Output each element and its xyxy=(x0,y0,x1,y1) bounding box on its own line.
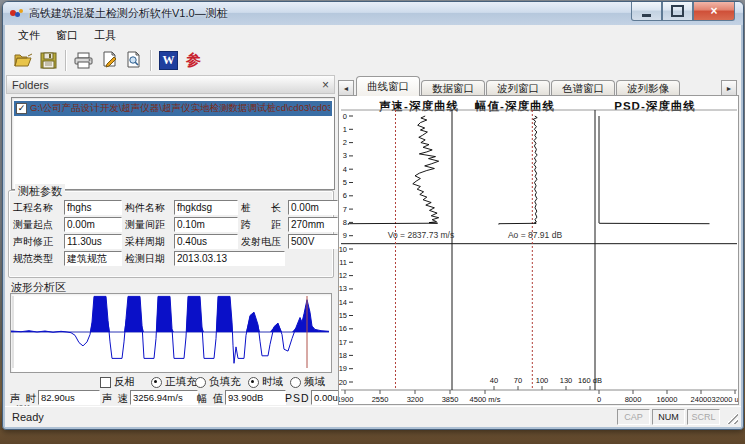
tab-wavetrain-window[interactable]: 波列窗口 xyxy=(486,80,550,96)
tab-wavetrain-image[interactable]: 波列影像 xyxy=(616,80,680,96)
invert-label: 反相 xyxy=(114,375,135,389)
pile-params-title: 测桩参数 xyxy=(15,184,65,199)
save-button[interactable] xyxy=(36,49,61,72)
caps-indicator: CAP xyxy=(617,409,650,425)
print-preview-button[interactable] xyxy=(121,49,146,72)
svg-text:16000: 16000 xyxy=(657,395,678,404)
svg-text:16: 16 xyxy=(339,324,347,333)
voltage-field[interactable]: 500V xyxy=(288,234,338,249)
invert-checkbox[interactable]: 反相 xyxy=(100,375,135,389)
tab-scroll-left-icon[interactable]: ◄ xyxy=(338,80,354,96)
psd-label: PSD xyxy=(285,392,310,404)
time-domain-radio[interactable]: 时域 xyxy=(248,375,283,389)
menu-bar: 文件 窗口 工具 xyxy=(5,25,741,47)
folders-panel: Folders × ✓ G:\公司产品设计开发\超声仪器\超声仪实地检测数据调试… xyxy=(5,74,336,407)
sample-period-field[interactable]: 0.40us xyxy=(174,234,238,249)
waveform-controls: 反相 正填充 负填充 时域 频域 xyxy=(5,375,336,388)
app-window: 高铁建筑混凝土检测分析软件V1.0—测桩 × 文件 窗口 工具 xyxy=(2,1,744,430)
tab-data-window[interactable]: 数据窗口 xyxy=(421,80,485,96)
file-list[interactable]: ✓ G:\公司产品设计开发\超声仪器\超声仪实地检测数据调试桩cd\cd03\c… xyxy=(11,97,335,190)
svg-text:Ao = 87.91 dB: Ao = 87.91 dB xyxy=(508,230,562,240)
waveform-plot[interactable] xyxy=(10,293,332,373)
project-name-field[interactable]: fhghs xyxy=(64,200,122,215)
list-item[interactable]: ✓ G:\公司产品设计开发\超声仪器\超声仪实地检测数据调试桩cd\cd03\c… xyxy=(14,101,332,116)
toolbar-separator xyxy=(65,50,67,71)
folders-close-icon[interactable]: × xyxy=(322,80,329,90)
sound-speed-field[interactable]: 3256.94m/s xyxy=(130,390,198,405)
param-label: 发射电压 xyxy=(241,235,285,249)
client-area: Folders × ✓ G:\公司产品设计开发\超声仪器\超声仪实地检测数据调试… xyxy=(5,74,741,407)
fill-negative-radio[interactable]: 负填充 xyxy=(195,375,241,389)
svg-text:100: 100 xyxy=(536,376,549,385)
keyboard-indicators: CAP NUM SCRL xyxy=(617,409,720,425)
resize-grip[interactable] xyxy=(726,412,738,424)
open-folder-icon xyxy=(14,52,34,68)
param-label: 测量间距 xyxy=(125,218,171,232)
svg-text:32000 us^2/m: 32000 us^2/m xyxy=(712,395,739,404)
param-label: 工程名称 xyxy=(13,201,61,215)
sound-speed-label: 声 速 xyxy=(102,392,129,406)
spec-type-field[interactable]: 建筑规范 xyxy=(64,251,122,266)
svg-text:9: 9 xyxy=(343,231,347,240)
param-label: 采样周期 xyxy=(125,235,171,249)
svg-text:4500 m/s: 4500 m/s xyxy=(470,395,501,404)
svg-text:160 dB: 160 dB xyxy=(578,376,602,385)
word-icon: W xyxy=(159,51,178,70)
tab-scroll-right-icon[interactable]: ► xyxy=(721,80,737,96)
curve-tab-content: 声速-深度曲线 幅值-深度曲线 PSD-深度曲线 012345678910111… xyxy=(338,95,739,405)
component-name-field[interactable]: fhgkdsg xyxy=(174,200,238,215)
radio-icon xyxy=(151,377,162,388)
close-button[interactable]: × xyxy=(693,2,735,21)
svg-text:12: 12 xyxy=(339,271,347,280)
maximize-button[interactable] xyxy=(662,2,693,21)
parameters-button[interactable]: 参 xyxy=(181,49,206,72)
menu-tools[interactable]: 工具 xyxy=(87,26,123,45)
minimize-button[interactable] xyxy=(631,2,662,21)
open-file-button[interactable] xyxy=(11,49,36,72)
spacing-field[interactable]: 0.10m xyxy=(174,217,238,232)
curve-window-panel: ◄ 曲线窗口 数据窗口 波列窗口 色谱窗口 波列影像 ► 声速-深度曲线 幅值-… xyxy=(336,74,741,407)
print-button[interactable] xyxy=(71,49,96,72)
fill-positive-radio[interactable]: 正填充 xyxy=(151,375,197,389)
svg-text:Vo = 2837.73 m/s: Vo = 2837.73 m/s xyxy=(388,230,454,240)
param-label: 桩 长 xyxy=(241,201,285,215)
freq-domain-radio[interactable]: 频域 xyxy=(290,375,325,389)
tab-curve-window[interactable]: 曲线窗口 xyxy=(356,76,420,96)
file-checkbox[interactable]: ✓ xyxy=(16,103,27,114)
tab-spectrum-window[interactable]: 色谱窗口 xyxy=(551,80,615,96)
export-word-button[interactable]: W xyxy=(156,49,181,72)
param-label: 规范类型 xyxy=(13,252,61,266)
svg-text:8: 8 xyxy=(343,218,347,227)
floppy-disk-icon xyxy=(40,52,57,69)
svg-text:18: 18 xyxy=(339,351,347,360)
amplitude-field[interactable]: 93.90dB xyxy=(225,390,286,405)
print-setup-button[interactable] xyxy=(96,49,121,72)
svg-text:3850: 3850 xyxy=(442,395,459,404)
svg-text:14: 14 xyxy=(339,298,347,307)
params-icon: 参 xyxy=(186,51,201,70)
menu-window[interactable]: 窗口 xyxy=(49,26,85,45)
status-message: Ready xyxy=(12,411,44,423)
start-point-field[interactable]: 0.00m xyxy=(64,217,122,232)
depth-charts: 0123456789101112131415161718192019002550… xyxy=(339,104,739,405)
sound-time-field[interactable]: 82.90us xyxy=(38,390,100,405)
pile-length-field[interactable]: 0.00m xyxy=(288,200,338,215)
printer-icon xyxy=(74,52,94,69)
app-icon xyxy=(10,8,24,20)
time-correction-field[interactable]: 11.30us xyxy=(64,234,122,249)
radio-icon xyxy=(290,377,301,388)
svg-text:19: 19 xyxy=(339,364,347,373)
waveform-svg xyxy=(11,294,329,370)
folders-header: Folders × xyxy=(6,75,335,94)
svg-text:0: 0 xyxy=(343,112,347,121)
title-bar[interactable]: 高铁建筑混凝土检测分析软件V1.0—测桩 × xyxy=(3,2,743,25)
file-path: G:\公司产品设计开发\超声仪器\超声仪实地检测数据调试桩cd\cd03\cd0… xyxy=(30,102,330,115)
span-field[interactable]: 270mm xyxy=(288,217,338,232)
folders-title: Folders xyxy=(12,79,49,91)
fill-negative-label: 负填充 xyxy=(209,375,241,389)
svg-text:130: 130 xyxy=(560,376,573,385)
menu-file[interactable]: 文件 xyxy=(11,26,47,45)
tab-strip: ◄ 曲线窗口 数据窗口 波列窗口 色谱窗口 波列影像 ► xyxy=(338,75,739,96)
param-label: 测量起点 xyxy=(13,218,61,232)
test-date-field[interactable]: 2013.03.13 xyxy=(174,251,285,266)
